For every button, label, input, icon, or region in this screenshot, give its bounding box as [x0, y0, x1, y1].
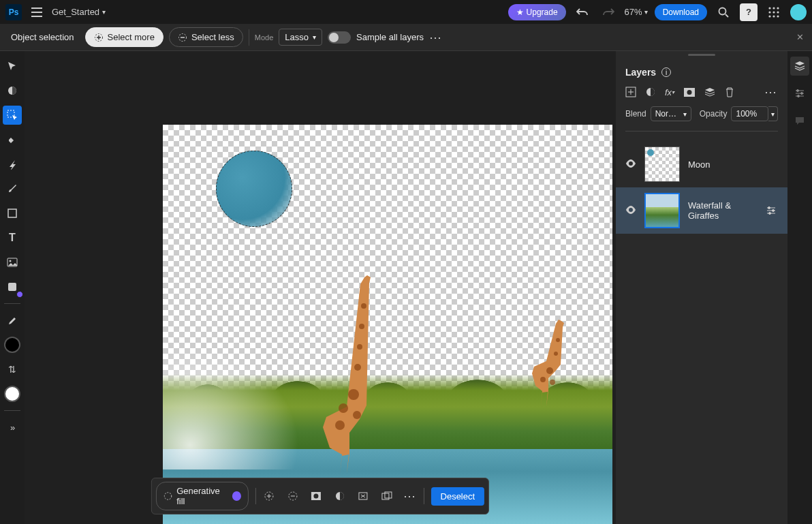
svg-point-35: [314, 494, 319, 499]
move-tool[interactable]: [3, 57, 22, 76]
foreground-color[interactable]: [3, 335, 22, 354]
svg-point-18: [348, 389, 359, 400]
user-avatar[interactable]: [790, 4, 807, 20]
tools-sidebar: T ⇅ »: [0, 51, 25, 524]
hamburger-menu-icon[interactable]: [29, 4, 45, 20]
add-selection-icon[interactable]: [259, 486, 280, 506]
moon-selection[interactable]: [216, 151, 292, 227]
zoom-level[interactable]: 67% ▾: [625, 7, 648, 17]
expand-tools-icon[interactable]: »: [3, 418, 22, 437]
layer-visibility-icon[interactable]: [625, 159, 636, 170]
text-tool[interactable]: T: [3, 228, 22, 247]
more-options-icon[interactable]: ⋯: [429, 30, 443, 45]
layers-panel-title: Layers: [625, 67, 656, 78]
svg-point-48: [801, 93, 803, 95]
adjust-tool[interactable]: [3, 81, 22, 100]
deselect-button[interactable]: Deselect: [431, 487, 485, 506]
layer-row-waterfall[interactable]: Waterfall & Giraffes: [616, 187, 787, 234]
comments-tab-icon[interactable]: [790, 111, 809, 130]
opacity-dropdown-icon[interactable]: ▾: [768, 106, 778, 121]
layers-tab-icon[interactable]: [790, 57, 809, 76]
heal-tool[interactable]: [3, 130, 22, 149]
background-color[interactable]: [3, 384, 22, 403]
swap-colors-icon[interactable]: ⇅: [3, 360, 22, 379]
svg-point-45: [772, 210, 775, 212]
layer-properties-icon[interactable]: [764, 204, 778, 217]
panel-drag-handle[interactable]: [688, 54, 715, 56]
svg-point-3: [777, 7, 779, 9]
layer-group-icon[interactable]: [704, 87, 715, 97]
svg-point-7: [768, 15, 770, 17]
layer-more-icon[interactable]: ⋯: [764, 84, 778, 99]
generative-fill-button[interactable]: Generative fill: [156, 482, 249, 510]
chevron-down-icon: ▾: [644, 8, 648, 16]
svg-rect-14: [8, 209, 16, 217]
blend-label: Blend: [625, 109, 646, 119]
svg-point-20: [353, 411, 361, 419]
select-less-label: Select less: [191, 32, 234, 42]
generative-fill-label: Generative fill: [176, 486, 228, 506]
layer-mask-icon[interactable]: [684, 88, 695, 97]
svg-point-43: [687, 90, 692, 95]
apps-grid-icon[interactable]: [764, 3, 783, 22]
star-icon: ★: [516, 7, 524, 17]
layer-adjust-icon[interactable]: [646, 87, 655, 97]
svg-point-19: [339, 403, 348, 413]
undo-button[interactable]: [573, 3, 592, 22]
svg-point-27: [540, 377, 546, 382]
canvas-area[interactable]: Generative fill ⋯ Deselect: [25, 51, 616, 524]
mode-select[interactable]: Lasso ▾: [279, 29, 322, 46]
chevron-down-icon: ▾: [683, 110, 687, 118]
document-title[interactable]: Get_Started ▾: [52, 7, 106, 17]
adjustment-icon[interactable]: [329, 486, 350, 506]
layer-name[interactable]: Moon: [688, 159, 778, 170]
layer-row-moon[interactable]: Moon: [616, 141, 787, 187]
svg-point-47: [797, 90, 799, 92]
quick-actions-tool[interactable]: [3, 155, 22, 174]
delete-layer-icon[interactable]: [725, 87, 734, 97]
eyedropper-tool[interactable]: [3, 311, 22, 330]
opacity-value[interactable]: 100%: [731, 106, 768, 121]
select-more-button[interactable]: Select more: [85, 27, 163, 47]
zoom-value: 67%: [625, 7, 642, 17]
download-button[interactable]: Download: [655, 4, 707, 20]
help-icon[interactable]: ?: [740, 3, 758, 21]
layer-thumbnail[interactable]: [644, 193, 680, 228]
chevron-down-icon: ▾: [313, 33, 316, 41]
redo-button[interactable]: [599, 3, 618, 22]
info-icon[interactable]: i: [661, 67, 671, 77]
svg-point-9: [777, 15, 779, 17]
add-layer-icon[interactable]: [625, 87, 636, 97]
mask-icon[interactable]: [306, 486, 327, 506]
sample-all-layers-label: Sample all layers: [356, 32, 424, 42]
close-icon[interactable]: ✕: [796, 32, 804, 42]
subtract-selection-icon[interactable]: [282, 486, 303, 506]
object-selection-tool[interactable]: [3, 106, 22, 125]
properties-tab-icon[interactable]: [790, 84, 809, 103]
selection-action-bar: Generative fill ⋯ Deselect: [151, 478, 489, 514]
layer-visibility-icon[interactable]: [625, 206, 636, 216]
layer-name[interactable]: Waterfall & Giraffes: [688, 200, 756, 221]
shape-tool[interactable]: [3, 204, 22, 223]
transform-icon[interactable]: [353, 486, 374, 506]
photoshop-logo: Ps: [5, 4, 22, 20]
layer-thumbnail[interactable]: [644, 147, 680, 182]
upgrade-button[interactable]: ★ Upgrade: [508, 4, 566, 20]
document-canvas[interactable]: [163, 125, 612, 524]
blend-mode-value: Nor…: [655, 109, 676, 119]
layer-fx-icon[interactable]: fx▾: [665, 87, 674, 97]
ai-tool[interactable]: [3, 277, 22, 296]
more-actions-icon[interactable]: ⋯: [400, 486, 421, 506]
brush-tool[interactable]: [3, 179, 22, 198]
svg-point-5: [772, 11, 775, 13]
place-image-tool[interactable]: [3, 253, 22, 272]
svg-point-29: [556, 338, 560, 342]
blend-mode-select[interactable]: Nor… ▾: [651, 106, 691, 121]
search-icon[interactable]: [714, 3, 733, 22]
svg-point-28: [550, 380, 555, 385]
svg-point-24: [357, 344, 362, 350]
copy-layer-icon[interactable]: [377, 486, 398, 506]
sample-all-layers-toggle[interactable]: [328, 31, 351, 44]
svg-point-46: [769, 213, 771, 215]
select-less-button[interactable]: Select less: [169, 27, 243, 47]
